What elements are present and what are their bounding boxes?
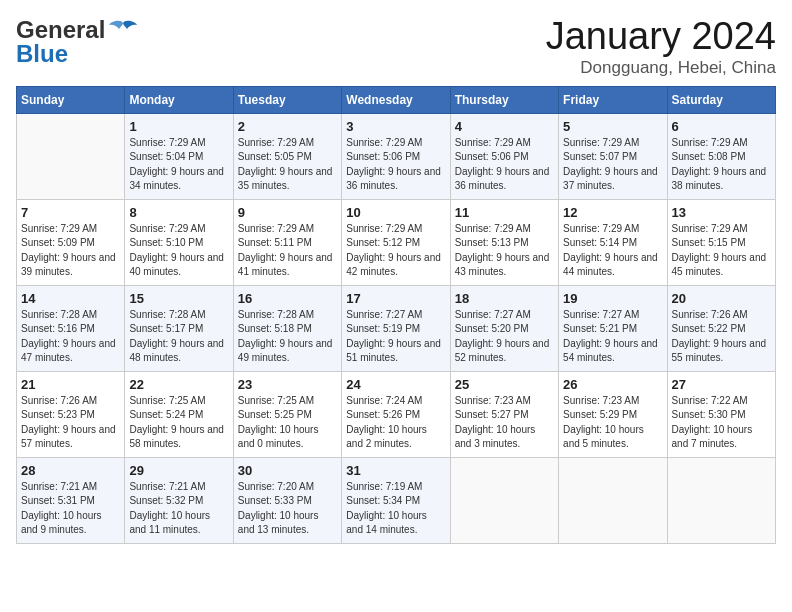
day-number: 3 <box>346 119 445 134</box>
calendar-cell: 22Sunrise: 7:25 AM Sunset: 5:24 PM Dayli… <box>125 371 233 457</box>
day-number: 28 <box>21 463 120 478</box>
calendar-cell: 7Sunrise: 7:29 AM Sunset: 5:09 PM Daylig… <box>17 199 125 285</box>
calendar-cell: 30Sunrise: 7:20 AM Sunset: 5:33 PM Dayli… <box>233 457 341 543</box>
calendar-cell: 13Sunrise: 7:29 AM Sunset: 5:15 PM Dayli… <box>667 199 775 285</box>
calendar-cell: 20Sunrise: 7:26 AM Sunset: 5:22 PM Dayli… <box>667 285 775 371</box>
calendar-cell: 14Sunrise: 7:28 AM Sunset: 5:16 PM Dayli… <box>17 285 125 371</box>
day-number: 16 <box>238 291 337 306</box>
day-info: Sunrise: 7:28 AM Sunset: 5:16 PM Dayligh… <box>21 308 120 366</box>
calendar-cell: 16Sunrise: 7:28 AM Sunset: 5:18 PM Dayli… <box>233 285 341 371</box>
day-number: 10 <box>346 205 445 220</box>
day-info: Sunrise: 7:23 AM Sunset: 5:29 PM Dayligh… <box>563 394 662 452</box>
day-info: Sunrise: 7:29 AM Sunset: 5:10 PM Dayligh… <box>129 222 228 280</box>
day-info: Sunrise: 7:21 AM Sunset: 5:31 PM Dayligh… <box>21 480 120 538</box>
day-info: Sunrise: 7:27 AM Sunset: 5:20 PM Dayligh… <box>455 308 554 366</box>
calendar-week-row: 21Sunrise: 7:26 AM Sunset: 5:23 PM Dayli… <box>17 371 776 457</box>
day-info: Sunrise: 7:25 AM Sunset: 5:25 PM Dayligh… <box>238 394 337 452</box>
logo-bird-icon <box>109 19 137 41</box>
calendar-cell: 2Sunrise: 7:29 AM Sunset: 5:05 PM Daylig… <box>233 113 341 199</box>
day-info: Sunrise: 7:29 AM Sunset: 5:08 PM Dayligh… <box>672 136 771 194</box>
calendar-cell <box>17 113 125 199</box>
calendar-cell <box>667 457 775 543</box>
calendar-cell: 9Sunrise: 7:29 AM Sunset: 5:11 PM Daylig… <box>233 199 341 285</box>
day-info: Sunrise: 7:29 AM Sunset: 5:09 PM Dayligh… <box>21 222 120 280</box>
logo: General Blue <box>16 16 137 68</box>
day-number: 9 <box>238 205 337 220</box>
day-info: Sunrise: 7:22 AM Sunset: 5:30 PM Dayligh… <box>672 394 771 452</box>
day-info: Sunrise: 7:28 AM Sunset: 5:18 PM Dayligh… <box>238 308 337 366</box>
calendar-cell: 10Sunrise: 7:29 AM Sunset: 5:12 PM Dayli… <box>342 199 450 285</box>
calendar-cell: 19Sunrise: 7:27 AM Sunset: 5:21 PM Dayli… <box>559 285 667 371</box>
calendar-cell: 25Sunrise: 7:23 AM Sunset: 5:27 PM Dayli… <box>450 371 558 457</box>
day-number: 26 <box>563 377 662 392</box>
calendar-cell: 26Sunrise: 7:23 AM Sunset: 5:29 PM Dayli… <box>559 371 667 457</box>
day-info: Sunrise: 7:29 AM Sunset: 5:07 PM Dayligh… <box>563 136 662 194</box>
calendar-cell: 27Sunrise: 7:22 AM Sunset: 5:30 PM Dayli… <box>667 371 775 457</box>
calendar-cell: 8Sunrise: 7:29 AM Sunset: 5:10 PM Daylig… <box>125 199 233 285</box>
calendar-header: Sunday Monday Tuesday Wednesday Thursday… <box>17 86 776 113</box>
day-info: Sunrise: 7:26 AM Sunset: 5:22 PM Dayligh… <box>672 308 771 366</box>
day-number: 17 <box>346 291 445 306</box>
col-saturday: Saturday <box>667 86 775 113</box>
calendar-week-row: 14Sunrise: 7:28 AM Sunset: 5:16 PM Dayli… <box>17 285 776 371</box>
calendar-week-row: 1Sunrise: 7:29 AM Sunset: 5:04 PM Daylig… <box>17 113 776 199</box>
day-info: Sunrise: 7:29 AM Sunset: 5:13 PM Dayligh… <box>455 222 554 280</box>
calendar-cell: 28Sunrise: 7:21 AM Sunset: 5:31 PM Dayli… <box>17 457 125 543</box>
calendar-cell: 5Sunrise: 7:29 AM Sunset: 5:07 PM Daylig… <box>559 113 667 199</box>
col-friday: Friday <box>559 86 667 113</box>
calendar-cell: 29Sunrise: 7:21 AM Sunset: 5:32 PM Dayli… <box>125 457 233 543</box>
calendar-cell: 6Sunrise: 7:29 AM Sunset: 5:08 PM Daylig… <box>667 113 775 199</box>
day-number: 22 <box>129 377 228 392</box>
day-number: 18 <box>455 291 554 306</box>
day-number: 7 <box>21 205 120 220</box>
calendar-cell: 24Sunrise: 7:24 AM Sunset: 5:26 PM Dayli… <box>342 371 450 457</box>
day-number: 20 <box>672 291 771 306</box>
day-number: 19 <box>563 291 662 306</box>
calendar-cell: 17Sunrise: 7:27 AM Sunset: 5:19 PM Dayli… <box>342 285 450 371</box>
day-info: Sunrise: 7:29 AM Sunset: 5:11 PM Dayligh… <box>238 222 337 280</box>
day-info: Sunrise: 7:23 AM Sunset: 5:27 PM Dayligh… <box>455 394 554 452</box>
day-number: 21 <box>21 377 120 392</box>
day-number: 4 <box>455 119 554 134</box>
day-info: Sunrise: 7:26 AM Sunset: 5:23 PM Dayligh… <box>21 394 120 452</box>
day-info: Sunrise: 7:25 AM Sunset: 5:24 PM Dayligh… <box>129 394 228 452</box>
calendar-cell: 31Sunrise: 7:19 AM Sunset: 5:34 PM Dayli… <box>342 457 450 543</box>
day-info: Sunrise: 7:27 AM Sunset: 5:21 PM Dayligh… <box>563 308 662 366</box>
calendar-cell: 1Sunrise: 7:29 AM Sunset: 5:04 PM Daylig… <box>125 113 233 199</box>
day-info: Sunrise: 7:24 AM Sunset: 5:26 PM Dayligh… <box>346 394 445 452</box>
day-number: 29 <box>129 463 228 478</box>
day-number: 15 <box>129 291 228 306</box>
day-info: Sunrise: 7:29 AM Sunset: 5:06 PM Dayligh… <box>455 136 554 194</box>
title-block: January 2024 Dongguang, Hebei, China <box>546 16 776 78</box>
calendar-cell: 18Sunrise: 7:27 AM Sunset: 5:20 PM Dayli… <box>450 285 558 371</box>
col-wednesday: Wednesday <box>342 86 450 113</box>
location: Dongguang, Hebei, China <box>546 58 776 78</box>
day-info: Sunrise: 7:29 AM Sunset: 5:14 PM Dayligh… <box>563 222 662 280</box>
day-number: 6 <box>672 119 771 134</box>
day-number: 12 <box>563 205 662 220</box>
col-thursday: Thursday <box>450 86 558 113</box>
calendar-week-row: 7Sunrise: 7:29 AM Sunset: 5:09 PM Daylig… <box>17 199 776 285</box>
header-row: Sunday Monday Tuesday Wednesday Thursday… <box>17 86 776 113</box>
day-number: 11 <box>455 205 554 220</box>
calendar-cell: 12Sunrise: 7:29 AM Sunset: 5:14 PM Dayli… <box>559 199 667 285</box>
day-info: Sunrise: 7:29 AM Sunset: 5:12 PM Dayligh… <box>346 222 445 280</box>
day-info: Sunrise: 7:28 AM Sunset: 5:17 PM Dayligh… <box>129 308 228 366</box>
day-number: 1 <box>129 119 228 134</box>
day-number: 31 <box>346 463 445 478</box>
day-info: Sunrise: 7:20 AM Sunset: 5:33 PM Dayligh… <box>238 480 337 538</box>
day-number: 25 <box>455 377 554 392</box>
day-number: 13 <box>672 205 771 220</box>
calendar-cell: 3Sunrise: 7:29 AM Sunset: 5:06 PM Daylig… <box>342 113 450 199</box>
day-number: 14 <box>21 291 120 306</box>
day-number: 8 <box>129 205 228 220</box>
day-number: 27 <box>672 377 771 392</box>
day-info: Sunrise: 7:29 AM Sunset: 5:04 PM Dayligh… <box>129 136 228 194</box>
calendar-cell: 4Sunrise: 7:29 AM Sunset: 5:06 PM Daylig… <box>450 113 558 199</box>
calendar-cell: 23Sunrise: 7:25 AM Sunset: 5:25 PM Dayli… <box>233 371 341 457</box>
day-info: Sunrise: 7:21 AM Sunset: 5:32 PM Dayligh… <box>129 480 228 538</box>
day-number: 2 <box>238 119 337 134</box>
day-info: Sunrise: 7:27 AM Sunset: 5:19 PM Dayligh… <box>346 308 445 366</box>
day-info: Sunrise: 7:19 AM Sunset: 5:34 PM Dayligh… <box>346 480 445 538</box>
calendar-week-row: 28Sunrise: 7:21 AM Sunset: 5:31 PM Dayli… <box>17 457 776 543</box>
